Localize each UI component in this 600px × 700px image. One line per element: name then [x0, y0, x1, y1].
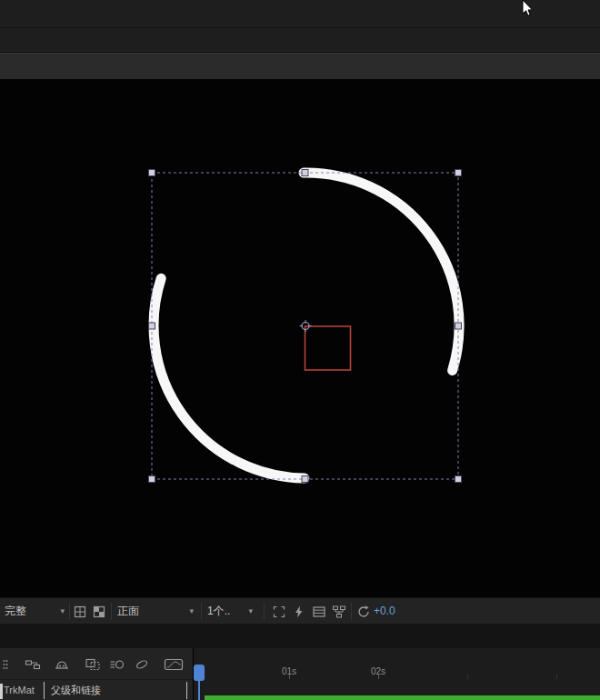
composition-canvas[interactable]: [0, 79, 600, 597]
grid-guides-icon: [73, 605, 87, 619]
separator: [69, 603, 70, 620]
panel-grip-icon: [2, 658, 9, 671]
timeline-column-headers: TrkMat 父级和链接: [0, 679, 193, 700]
separator: [201, 603, 202, 620]
handle-mid-left[interactable]: [149, 323, 155, 329]
view-mode-value: 正面: [117, 604, 139, 619]
handle-top-left[interactable]: [149, 170, 155, 176]
mini-flowchart-icon: [25, 657, 41, 672]
ruler-tick: [378, 675, 379, 679]
ruler-tick: [467, 675, 468, 679]
transparency-grid-icon: [92, 605, 106, 619]
viewer-controls-bar: 完整 ▾ 正面 ▾ 1个.. ▾: [0, 597, 600, 625]
separator: [264, 603, 265, 620]
handle-bottom-center[interactable]: [302, 476, 308, 483]
chevron-down-icon: ▾: [189, 598, 194, 625]
timeline-ruler[interactable]: 01s 02s: [193, 648, 600, 700]
timeline-header-buttons: [0, 648, 193, 679]
view-mode-dropdown[interactable]: 正面 ▾: [117, 598, 194, 625]
ruler-tick: [289, 675, 290, 679]
handle-bottom-left[interactable]: [149, 476, 155, 483]
playhead-line[interactable]: [198, 680, 200, 700]
chevron-down-icon: ▾: [248, 598, 253, 625]
magnification-value: 完整: [5, 604, 26, 619]
frame-blend-icon: [85, 657, 101, 672]
shy-button[interactable]: [53, 655, 71, 674]
flowchart-icon: [332, 605, 346, 619]
exposure-value[interactable]: +0.0: [374, 598, 395, 625]
render-progress-bar: [205, 695, 600, 700]
timeline-icon: [312, 605, 326, 619]
grid-guides-button[interactable]: [72, 604, 87, 619]
panel-gap: [0, 624, 600, 648]
ruler-tick: [556, 675, 557, 679]
brainstorm-icon: [134, 657, 150, 672]
playhead-handle[interactable]: [194, 665, 205, 681]
toolbar-divider: [0, 27, 600, 28]
view-layout-value: 1个..: [207, 604, 230, 619]
region-of-interest-button[interactable]: [271, 604, 286, 619]
reset-exposure-button[interactable]: [355, 604, 371, 619]
column-trkmat[interactable]: TrkMat: [4, 680, 35, 700]
region-of-interest-icon: [272, 605, 286, 619]
fast-previews-icon: [292, 605, 306, 619]
transparency-grid-button[interactable]: [91, 604, 106, 619]
motion-blur-icon: [109, 657, 125, 672]
brainstorm-button[interactable]: [133, 655, 151, 674]
top-toolbar: [0, 0, 600, 53]
separator: [111, 603, 112, 620]
arc-shape-top-right[interactable]: [304, 173, 459, 371]
view-layout-dropdown[interactable]: 1个.. ▾: [207, 598, 253, 625]
shape-path-rectangle[interactable]: [305, 326, 351, 370]
separator: [351, 603, 352, 620]
column-parent-link[interactable]: 父级和链接: [51, 680, 101, 700]
composition-viewer[interactable]: [0, 79, 600, 597]
arc-shape-bottom-left[interactable]: [154, 278, 305, 478]
chevron-down-icon: ▾: [60, 598, 65, 625]
frame-blend-button[interactable]: [84, 655, 102, 674]
handle-top-right[interactable]: [455, 170, 462, 176]
timeline-panel-button[interactable]: [311, 604, 326, 619]
motion-blur-button[interactable]: [108, 655, 126, 674]
magnification-dropdown[interactable]: 完整 ▾: [5, 598, 65, 625]
graph-editor-icon: [164, 657, 184, 672]
comp-flowchart-button[interactable]: [331, 604, 346, 619]
panel-grip-button[interactable]: [0, 655, 11, 674]
panel-edge-nub: [0, 684, 3, 699]
handle-mid-right[interactable]: [455, 323, 462, 329]
shy-icon: [54, 657, 70, 672]
handle-top-center[interactable]: [302, 170, 308, 176]
timeline-panel: TrkMat 父级和链接 01s 02s: [0, 648, 600, 700]
reset-exposure-icon: [356, 605, 371, 619]
mini-flowchart-button[interactable]: [24, 655, 42, 674]
column-divider[interactable]: [186, 682, 187, 699]
fast-previews-button[interactable]: [291, 604, 306, 619]
panel-header-strip: [0, 53, 600, 80]
graph-editor-button[interactable]: [162, 655, 185, 674]
handle-bottom-right[interactable]: [455, 476, 462, 483]
column-divider[interactable]: [44, 682, 45, 699]
